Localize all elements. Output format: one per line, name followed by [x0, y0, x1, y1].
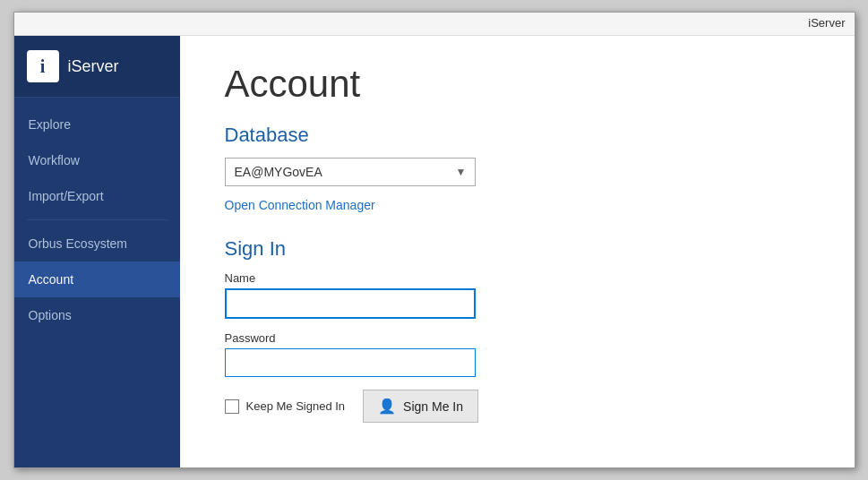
page-title: Account: [225, 63, 810, 106]
title-bar-text: iServer: [808, 16, 845, 30]
sidebar-nav: Explore Workflow Import/Export Orbus Eco…: [14, 98, 180, 467]
sidebar-item-orbus-ecosystem[interactable]: Orbus Ecosystem: [14, 226, 180, 261]
logo-letter: i: [40, 56, 46, 77]
logo-icon: i: [27, 50, 59, 82]
content-area: Account Database EA@MYGovEA ▼ Open Conne…: [180, 36, 855, 467]
sidebar-item-import-export[interactable]: Import/Export: [14, 178, 180, 214]
name-label: Name: [225, 271, 810, 285]
password-input[interactable]: [225, 348, 476, 377]
sign-me-in-button[interactable]: 👤 Sign Me In: [363, 390, 478, 423]
sign-in-section: Sign In Name Password Keep Me Signed In …: [225, 237, 810, 423]
sign-in-heading: Sign In: [225, 237, 810, 261]
sidebar-item-options[interactable]: Options: [14, 297, 180, 333]
main-area: i iServer Explore Workflow Import/Export…: [14, 36, 855, 467]
bottom-row: Keep Me Signed In 👤 Sign Me In: [225, 390, 810, 423]
sidebar-logo: i iServer: [14, 36, 180, 98]
keep-signed-in-label[interactable]: Keep Me Signed In: [225, 399, 346, 414]
sidebar-divider: [27, 219, 168, 220]
name-input[interactable]: [225, 288, 476, 319]
keep-signed-in-checkbox[interactable]: [225, 399, 239, 414]
open-connection-manager-link[interactable]: Open Connection Manager: [225, 198, 375, 212]
database-select[interactable]: EA@MYGovEA: [225, 158, 476, 186]
app-window: iServer i iServer Explore Workflow Impor…: [13, 12, 855, 468]
sidebar-item-workflow[interactable]: Workflow: [14, 142, 180, 178]
title-bar: iServer: [14, 13, 855, 36]
password-label: Password: [225, 331, 810, 345]
sidebar-item-account[interactable]: Account: [14, 261, 180, 297]
sidebar: i iServer Explore Workflow Import/Export…: [14, 36, 180, 467]
sign-in-icon: 👤: [378, 398, 396, 415]
database-heading: Database: [225, 124, 810, 147]
database-select-wrapper: EA@MYGovEA ▼: [225, 158, 476, 186]
logo-text: iServer: [68, 57, 119, 76]
sidebar-item-explore[interactable]: Explore: [14, 107, 180, 142]
